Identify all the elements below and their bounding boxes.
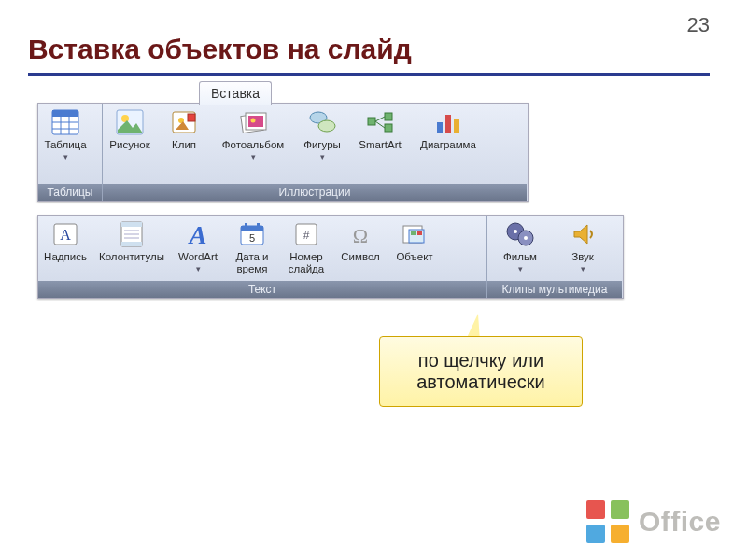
movie-button[interactable]: Фильм ▾ (487, 216, 553, 274)
group-media: Фильм ▾ Звук ▾ Клипы мультимедиа (487, 216, 622, 298)
photoalbum-label: Фотоальбом (222, 139, 284, 151)
svg-rect-42 (411, 231, 416, 235)
group-label-illustrations: Иллюстрации (103, 184, 527, 201)
dropdown-icon: ▾ (581, 264, 585, 273)
chart-icon (433, 107, 463, 137)
smartart-button[interactable]: SmartArt (349, 104, 411, 151)
callout-box: по щелчку или автоматически (379, 336, 583, 407)
table-label: Таблица (44, 139, 86, 151)
svg-point-16 (318, 120, 335, 132)
slidenumber-icon: # (291, 219, 321, 249)
movie-label: Фильм (503, 251, 537, 263)
sound-icon (568, 219, 598, 249)
wordart-button[interactable]: A WordArt ▾ (171, 216, 225, 274)
dropdown-icon: ▾ (518, 264, 523, 273)
textbox-label: Надпись (44, 251, 87, 263)
office-logo-text: Office (639, 506, 721, 538)
group-tables: Таблица ▾ Таблицы (38, 104, 103, 201)
clip-icon (169, 107, 199, 137)
picture-label: Рисунок (109, 139, 149, 151)
smartart-icon (365, 107, 395, 137)
group-text: A Надпись Колонтитулы A WordArt ▾ 5 Дата… (38, 216, 487, 298)
table-icon (50, 107, 80, 137)
datetime-icon: 5 (237, 219, 267, 249)
ribbon-insert-bottom: A Надпись Колонтитулы A WordArt ▾ 5 Дата… (37, 215, 624, 299)
svg-rect-17 (368, 118, 375, 125)
group-illustrations: Рисунок Клип Фотоальбом ▾ Фигуры ▾ (103, 104, 527, 201)
dropdown-icon: ▾ (320, 152, 325, 161)
chart-button[interactable]: Диаграмма (411, 104, 486, 151)
wordart-label: WordArt (178, 251, 218, 263)
headerfooter-button[interactable]: Колонтитулы (92, 216, 171, 263)
svg-text:A: A (60, 227, 71, 243)
object-button[interactable]: Объект (388, 216, 442, 263)
symbol-icon: Ω (345, 219, 375, 249)
svg-rect-1 (52, 110, 78, 117)
sound-label: Звук (571, 251, 594, 263)
headerfooter-icon (117, 219, 147, 249)
datetime-button[interactable]: 5 Дата и время (225, 216, 279, 275)
object-icon (400, 219, 430, 249)
svg-text:A: A (188, 221, 207, 247)
group-label-text: Текст (38, 281, 486, 298)
svg-rect-27 (121, 242, 142, 246)
slidenumber-label: Номер слайда (289, 251, 324, 275)
svg-rect-22 (454, 119, 459, 133)
group-label-tables: Таблицы (38, 184, 102, 201)
clip-button[interactable]: Клип (157, 104, 211, 151)
svg-rect-43 (417, 231, 422, 235)
page-title: Вставка объектов на слайд (28, 34, 412, 65)
svg-point-45 (514, 230, 517, 233)
shapes-button[interactable]: Фигуры ▾ (295, 104, 349, 162)
svg-rect-13 (248, 116, 263, 127)
smartart-label: SmartArt (359, 139, 401, 151)
photoalbum-button[interactable]: Фотоальбом ▾ (211, 104, 295, 162)
svg-rect-18 (385, 113, 392, 120)
chart-label: Диаграмма (420, 139, 476, 151)
datetime-label: Дата и время (235, 251, 268, 275)
svg-text:5: 5 (249, 232, 255, 244)
svg-point-7 (121, 115, 129, 122)
picture-icon (115, 107, 145, 137)
dropdown-icon: ▾ (63, 152, 68, 161)
wordart-icon: A (183, 219, 213, 249)
svg-rect-10 (188, 114, 195, 121)
svg-rect-26 (121, 222, 142, 227)
symbol-label: Символ (341, 251, 379, 263)
object-label: Объект (396, 251, 432, 263)
svg-point-14 (251, 119, 256, 123)
slidenumber-button[interactable]: # Номер слайда (279, 216, 333, 275)
photoalbum-icon (238, 107, 268, 137)
svg-point-47 (524, 236, 528, 240)
sound-button[interactable]: Звук ▾ (553, 216, 613, 274)
svg-rect-35 (245, 223, 247, 229)
dropdown-icon: ▾ (196, 264, 201, 273)
group-label-media: Клипы мультимедиа (487, 281, 622, 298)
textbox-button[interactable]: A Надпись (38, 216, 92, 263)
movie-icon (505, 219, 535, 249)
ribbon-insert-top: Вставка Таблица ▾ Таблицы Рисунок (37, 103, 529, 202)
office-logo-icon (586, 500, 629, 543)
office-logo: Office (586, 500, 721, 543)
picture-button[interactable]: Рисунок (103, 104, 157, 151)
svg-text:#: # (303, 229, 310, 242)
svg-rect-33 (241, 226, 263, 231)
svg-rect-19 (385, 124, 392, 132)
clip-label: Клип (172, 139, 196, 151)
svg-rect-20 (437, 122, 443, 133)
table-button[interactable]: Таблица ▾ (38, 104, 92, 162)
headerfooter-label: Колонтитулы (99, 251, 164, 263)
svg-text:Ω: Ω (353, 224, 368, 246)
svg-rect-36 (257, 223, 260, 229)
title-underline (28, 73, 710, 76)
shapes-label: Фигуры (303, 139, 341, 151)
page-number: 23 (687, 13, 710, 37)
symbol-button[interactable]: Ω Символ (333, 216, 388, 263)
svg-rect-21 (445, 115, 451, 133)
textbox-icon: A (50, 219, 80, 249)
shapes-icon (307, 107, 337, 137)
dropdown-icon: ▾ (251, 152, 256, 161)
tab-insert[interactable]: Вставка (199, 81, 272, 105)
